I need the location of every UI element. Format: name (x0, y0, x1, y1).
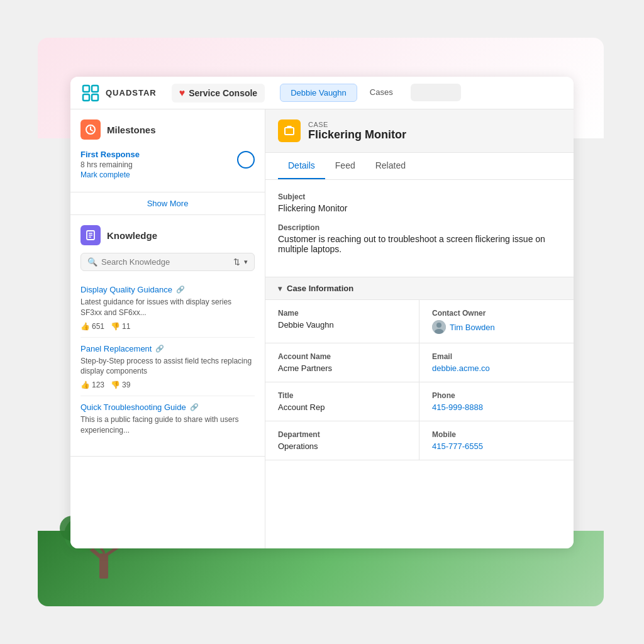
knowledge-item-1: Display Quality Guidance 🔗 Latest guidan… (80, 279, 255, 338)
case-information-section[interactable]: ▾ Case Information (265, 277, 574, 300)
subject-value: Flickering Monitor (278, 203, 561, 213)
knowledge-title: Knowledge (107, 230, 157, 241)
milestone-complete-button[interactable]: Mark complete (80, 170, 237, 179)
milestone-circle[interactable] (237, 151, 255, 169)
info-value-mobile[interactable]: 415-777-6555 (432, 441, 561, 451)
info-cell-phone: Phone 415-999-8888 (419, 382, 574, 421)
case-header: Case Flickering Monitor (265, 109, 574, 153)
sort-icon[interactable]: ⇅ (233, 257, 240, 267)
knowledge-section: Knowledge 🔍 ⇅ ▾ Display Quality Guidance… (70, 214, 265, 457)
link-icon-2: 🔗 (155, 345, 164, 353)
info-label-account: Account Name (278, 352, 406, 361)
milestone-name[interactable]: First Response (80, 150, 237, 159)
case-info-grid: Name Debbie Vaughn Contact Owner (265, 300, 574, 460)
case-tabs: Details Feed Related (265, 153, 574, 180)
milestone-time: 8 hrs remaining (80, 160, 237, 169)
tab-feed[interactable]: Feed (325, 153, 365, 179)
milestones-title: Milestones (107, 125, 156, 135)
knowledge-item-2-votes: 👍 123 👎 39 (80, 380, 255, 389)
milestones-section: Milestones First Response 8 hrs remainin… (70, 109, 265, 192)
svg-point-30 (435, 329, 443, 334)
tab-details[interactable]: Details (278, 153, 325, 179)
search-icon: 🔍 (87, 257, 97, 267)
knowledge-search-input[interactable] (101, 257, 230, 267)
info-label-mobile: Mobile (432, 430, 561, 439)
info-label-name: Name (278, 309, 406, 318)
tim-bowden-link[interactable]: Tim Bowden (450, 323, 495, 332)
svg-rect-16 (83, 86, 89, 92)
knowledge-item-3-desc: This is a public facing guide to share w… (80, 414, 255, 436)
info-label-title: Title (278, 391, 406, 400)
info-value-phone[interactable]: 415-999-8888 (432, 402, 561, 412)
service-console-label: Service Console (189, 88, 257, 98)
info-label-phone: Phone (432, 391, 561, 400)
knowledge-item-3: Quick Troubleshooting Guide 🔗 This is a … (80, 396, 255, 446)
info-value-contact-owner: Tim Bowden (432, 320, 561, 334)
info-value-department: Operations (278, 441, 406, 451)
milestones-header: Milestones (80, 119, 255, 140)
logo-text: QUADSTAR (106, 88, 157, 97)
case-information-label: Case Information (287, 284, 353, 293)
knowledge-item-2-title[interactable]: Panel Replacement 🔗 (80, 344, 255, 353)
knowledge-item-1-votes: 👍 651 👎 11 (80, 322, 255, 331)
info-cell-account: Account Name Acme Partners (265, 343, 419, 382)
case-title-area: Case Flickering Monitor (308, 121, 406, 142)
tab-cases[interactable]: Cases (360, 84, 403, 102)
nav-bar: QUADSTAR ♥ Service Console Debbie Vaughn… (70, 77, 574, 109)
knowledge-item-1-title[interactable]: Display Quality Guidance 🔗 (80, 285, 255, 294)
service-console-tab[interactable]: ♥ Service Console (172, 84, 265, 103)
info-value-name: Debbie Vaughn (278, 320, 406, 330)
case-label: Case (308, 121, 406, 128)
subject-field: Subject Flickering Monitor (278, 192, 561, 213)
knowledge-item-2: Panel Replacement 🔗 Step-by-Step process… (80, 338, 255, 397)
main-content: Milestones First Response 8 hrs remainin… (70, 109, 574, 548)
info-label-contact-owner: Contact Owner (432, 309, 561, 318)
knowledge-item-1-desc: Latest guidance for issues with display … (80, 297, 255, 318)
vote-down-2: 👎 39 (111, 380, 130, 389)
link-icon-3: 🔗 (190, 403, 199, 411)
nav-tabs: Debbie Vaughn Cases (280, 84, 461, 102)
info-cell-name: Name Debbie Vaughn (265, 300, 419, 343)
avatar-tim-bowden (432, 320, 446, 334)
knowledge-search-bar[interactable]: 🔍 ⇅ ▾ (80, 253, 255, 271)
tab-debbie-vaughn[interactable]: Debbie Vaughn (280, 84, 357, 102)
info-cell-email: Email debbie.acme.co (419, 343, 574, 382)
info-cell-department: Department Operations (265, 421, 419, 460)
vote-up-2: 👍 123 (80, 380, 104, 389)
svg-line-22 (91, 130, 92, 131)
heart-icon: ♥ (179, 87, 186, 99)
vote-up-1: 👍 651 (80, 322, 104, 331)
svg-rect-17 (92, 86, 98, 92)
svg-rect-19 (92, 94, 98, 101)
description-field: Description Customer is reaching out to … (278, 223, 561, 254)
case-icon (278, 119, 301, 142)
case-panel: Case Flickering Monitor Details Feed Rel… (265, 109, 574, 548)
case-title: Flickering Monitor (308, 128, 406, 142)
knowledge-item-3-title[interactable]: Quick Troubleshooting Guide 🔗 (80, 402, 255, 412)
info-value-email[interactable]: debbie.acme.co (432, 364, 561, 373)
description-value: Customer is reaching out to troubleshoot… (278, 234, 561, 254)
knowledge-item-2-desc: Step-by-Step process to assist field tec… (80, 356, 255, 377)
info-value-title: Account Rep (278, 402, 406, 412)
info-label-email: Email (432, 352, 561, 361)
case-details: Subject Flickering Monitor Description C… (265, 180, 574, 277)
svg-rect-18 (83, 94, 89, 101)
tab-related[interactable]: Related (365, 153, 416, 179)
milestone-first-response: First Response 8 hrs remaining Mark comp… (80, 147, 255, 182)
knowledge-header: Knowledge (80, 225, 255, 245)
description-label: Description (278, 223, 561, 232)
vote-down-1: 👎 11 (111, 322, 130, 331)
svg-rect-27 (285, 128, 294, 135)
milestones-icon (80, 119, 101, 140)
info-cell-title: Title Account Rep (265, 382, 419, 421)
filter-dropdown-icon[interactable]: ▾ (244, 258, 248, 266)
show-more-button[interactable]: Show More (70, 192, 265, 214)
info-cell-contact-owner: Contact Owner Tim Bowden (419, 300, 574, 343)
svg-point-29 (436, 323, 441, 328)
sidebar: Milestones First Response 8 hrs remainin… (70, 109, 265, 548)
quadstar-logo-icon (80, 83, 101, 103)
link-icon-1: 🔗 (176, 286, 185, 294)
milestone-info: First Response 8 hrs remaining Mark comp… (80, 150, 237, 179)
knowledge-icon (80, 225, 101, 245)
tab-placeholder (411, 84, 461, 101)
